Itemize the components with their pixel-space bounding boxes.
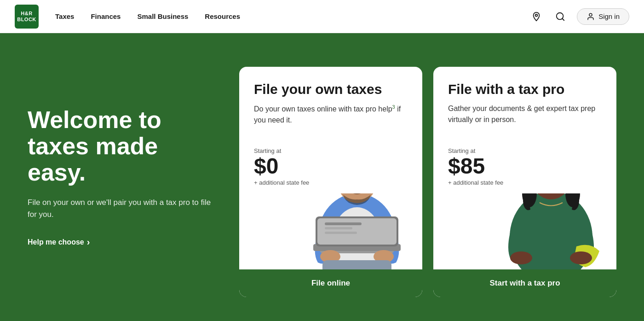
svg-rect-14 <box>325 227 352 229</box>
file-pro-card: File with a tax pro Gather your document… <box>433 67 616 297</box>
file-own-price-note: + additional state fee <box>254 179 408 186</box>
start-with-tax-pro-button[interactable]: Start with a tax pro <box>433 269 616 297</box>
file-pro-starting-at: Starting at <box>448 147 602 154</box>
sign-in-label: Sign in <box>598 12 620 20</box>
person1-illustration <box>297 193 408 274</box>
hr-block-logo[interactable]: H&RBLOCK <box>15 5 39 29</box>
nav-taxes[interactable]: Taxes <box>55 12 74 20</box>
help-me-choose-link[interactable]: Help me choose <box>28 237 221 247</box>
svg-rect-13 <box>325 222 362 225</box>
file-own-price: $0 <box>254 155 408 177</box>
file-pro-price-note: + additional state fee <box>448 179 602 186</box>
file-own-starting-at: Starting at <box>254 147 408 154</box>
svg-line-2 <box>562 18 564 20</box>
file-pro-price: $85 <box>448 155 602 177</box>
file-pro-title: File with a tax pro <box>448 82 602 97</box>
file-pro-desc: Gather your documents & get expert tax p… <box>448 103 602 136</box>
file-own-card: File your own taxes Do your own taxes on… <box>239 67 422 297</box>
svg-point-0 <box>535 14 538 16</box>
file-own-title: File your own taxes <box>254 82 408 97</box>
nav-resources[interactable]: Resources <box>205 12 240 20</box>
logo-text: H&RBLOCK <box>17 11 36 22</box>
svg-point-3 <box>589 13 592 16</box>
svg-point-26 <box>570 251 592 264</box>
hero-section: Welcome to taxes made easy. File on your… <box>0 33 644 321</box>
main-nav: Taxes Finances Small Business Resources <box>55 12 529 20</box>
search-button[interactable] <box>553 9 568 24</box>
search-icon <box>555 12 565 22</box>
location-icon <box>531 12 541 22</box>
nav-small-business[interactable]: Small Business <box>137 12 188 20</box>
hero-subtitle: File on your own or we'll pair you with … <box>28 197 221 220</box>
cards-container: File your own taxes Do your own taxes on… <box>239 58 616 297</box>
hero-text-block: Welcome to taxes made easy. File on your… <box>28 107 221 248</box>
svg-point-25 <box>510 251 532 264</box>
file-own-desc: Do your own taxes online with tax pro he… <box>254 103 408 136</box>
sign-in-button[interactable]: Sign in <box>577 8 629 25</box>
header-actions: Sign in <box>529 8 629 25</box>
hero-title: Welcome to taxes made easy. <box>28 107 221 186</box>
user-icon <box>586 12 595 21</box>
file-online-button[interactable]: File online <box>239 269 422 297</box>
location-button[interactable] <box>529 9 544 24</box>
svg-rect-15 <box>325 232 357 234</box>
svg-rect-12 <box>317 218 397 245</box>
header: H&RBLOCK Taxes Finances Small Business R… <box>0 0 644 33</box>
person2-illustration <box>489 193 602 274</box>
nav-finances[interactable]: Finances <box>91 12 121 20</box>
